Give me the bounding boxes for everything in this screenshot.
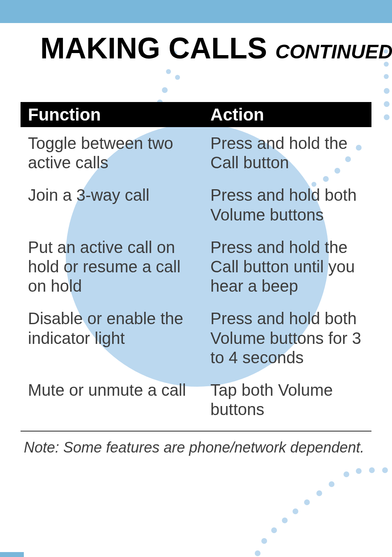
cell-action: Press and hold the Call button [203, 134, 371, 172]
table-row: Toggle between two active calls Press an… [21, 127, 371, 179]
header-function: Function [21, 103, 203, 127]
cell-function: Join a 3-way call [21, 186, 203, 224]
title-continued: CONTINUED [275, 41, 392, 63]
bottom-accent [0, 552, 24, 557]
cell-function: Disable or enable the indicator light [21, 309, 203, 367]
table-row: Join a 3-way call Press and hold both Vo… [21, 179, 371, 231]
table-header: Function Action [21, 102, 371, 127]
table-row: Disable or enable the indicator light Pr… [21, 302, 371, 374]
page-title: MAKING CALLS CONTINUED [40, 31, 371, 65]
cell-action: Tap both Volume buttons [203, 381, 371, 419]
table-row: Mute or unmute a call Tap both Volume bu… [21, 374, 371, 426]
top-banner [0, 0, 392, 23]
cell-action: Press and hold the Call button until you… [203, 238, 371, 296]
table-row: Put an active call on hold or resume a c… [21, 231, 371, 303]
functions-table: Function Action Toggle between two activ… [21, 102, 371, 426]
cell-function: Toggle between two active calls [21, 134, 203, 172]
cell-action: Press and hold both Volume buttons for 3… [203, 309, 371, 367]
page-content: MAKING CALLS CONTINUED Function Action T… [0, 23, 392, 456]
cell-action: Press and hold both Volume buttons [203, 186, 371, 224]
title-main: MAKING CALLS [40, 32, 267, 65]
footnote: Note: Some features are phone/network de… [21, 431, 371, 456]
cell-function: Put an active call on hold or resume a c… [21, 238, 203, 296]
header-action: Action [203, 103, 371, 127]
cell-function: Mute or unmute a call [21, 381, 203, 419]
